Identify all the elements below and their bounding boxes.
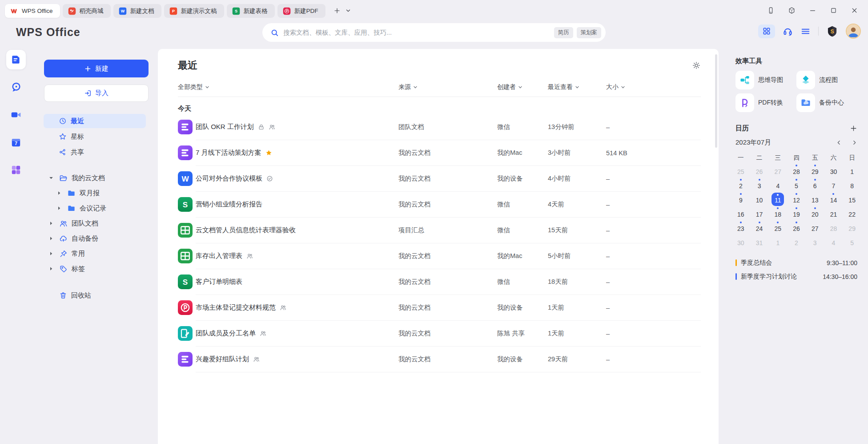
calendar-day[interactable]: 3 [806,235,824,249]
tab-新建表格[interactable]: S新建表格 [227,4,275,18]
calendar-day[interactable]: 9 [731,192,750,206]
calendar-day[interactable]: 1 [768,235,787,249]
sidebar-item-共享[interactable]: 共享 [44,145,146,159]
calendar-day[interactable]: 6 [806,178,824,192]
tab-新建演示文稿[interactable]: P新建演示文稿 [164,4,224,18]
tab-新建文档[interactable]: W新建文档 [113,4,161,18]
appbox-icon[interactable] [788,7,796,14]
file-row[interactable]: 7 月线下活动策划方案我的云文档我的Mac3小时前514 KB [178,140,701,165]
calendar-day[interactable]: 30 [824,164,843,178]
calendar-day[interactable]: 27 [806,221,824,235]
calendar-day[interactable]: 31 [750,235,769,249]
calendar-day[interactable]: 20 [806,206,824,221]
user-avatar[interactable] [846,24,861,39]
calendar-day[interactable]: 17 [750,206,769,221]
next-month-icon[interactable] [852,140,857,145]
sidebar-item-trash[interactable]: 回收站 [32,288,158,303]
calendar-day[interactable]: 13 [806,192,824,206]
file-row[interactable]: 云文档管人员信息统计表理器验收项目汇总微信15天前– [178,218,701,243]
calendar-day[interactable]: 25 [731,164,750,178]
tree-item-我的云文档[interactable]: 我的云文档 [32,170,158,186]
file-row[interactable]: 兴趣爱好组队计划我的云文档我的设备29天前– [178,347,701,372]
calendar-day[interactable]: 19 [787,206,806,221]
calendar-event[interactable]: 季度总结会9:30–11:00 [735,256,857,270]
calendar-day[interactable]: 22 [843,206,861,221]
search-input[interactable] [283,29,551,36]
import-button[interactable]: 导入 [44,85,149,102]
search-tag[interactable]: 策划案 [577,27,602,38]
support-headset-icon[interactable] [783,26,793,36]
main-menu-icon[interactable] [800,26,811,36]
file-row[interactable]: 团队 OKR 工作计划团队文档微信13分钟前– [178,114,701,140]
calendar-day[interactable]: 18 [768,206,787,221]
calendar-day[interactable]: 23 [731,221,750,235]
tab-新建PDF[interactable]: 新建PDF [277,4,326,18]
calendar-day[interactable]: 26 [787,221,806,235]
file-row[interactable]: 市场主体登记提交材料规范我的云文档我的设备1天前– [178,295,701,320]
tab-稻壳商城[interactable]: 稻壳商城 [63,4,111,18]
calendar-day[interactable]: 16 [731,206,750,221]
close-icon[interactable] [851,7,858,14]
filter-来源[interactable]: 来源 [398,83,497,91]
calendar-day[interactable]: 8 [843,178,861,192]
tool-备份中心[interactable]: 备份中心 [796,93,857,112]
calendar-day[interactable]: 30 [731,235,750,249]
tree-item-会议记录[interactable]: 会议记录 [32,201,158,216]
tree-item-自动备份[interactable]: 自动备份 [32,231,158,246]
apps-grid-button[interactable] [758,24,775,38]
calendar-day[interactable]: 7 [824,178,843,192]
sidebar-item-最近[interactable]: 最近 [44,114,146,128]
calendar-day[interactable]: 14 [824,192,843,206]
calendar-day[interactable]: 10 [750,192,769,206]
calendar-day[interactable]: 4 [824,235,843,249]
filter-大小[interactable]: 大小 [606,83,701,91]
calendar-day-selected[interactable]: 11 [768,192,787,206]
calendar-day[interactable]: 27 [768,164,787,178]
tab-WPS Office[interactable]: WPS Office [5,4,60,18]
scrollbar-thumb[interactable] [715,54,717,148]
calendar-day[interactable]: 12 [787,192,806,206]
rail-item-meetings[interactable] [6,105,26,125]
search-bar[interactable]: 简历策划案 [262,23,606,42]
rail-item-documents[interactable] [6,50,26,69]
tool-流程图[interactable]: 流程图 [796,71,857,89]
tab-list-dropdown[interactable] [343,8,351,13]
new-document-button[interactable]: 新建 [44,60,149,77]
calendar-day[interactable]: 24 [750,221,769,235]
prev-month-icon[interactable] [836,140,842,145]
new-tab-button[interactable] [331,5,343,16]
gear-icon[interactable] [692,61,701,70]
rail-item-calendar[interactable]: 7 [6,133,26,152]
filter-创建者[interactable]: 创建者 [497,83,548,91]
calendar-event[interactable]: 新季度学习计划讨论14:30–16:00 [735,270,857,283]
rail-item-messages[interactable] [6,77,26,97]
calendar-day[interactable]: 28 [824,221,843,235]
filter-最近查看[interactable]: 最近查看 [548,83,606,91]
member-badge-icon[interactable]: S [826,25,838,37]
calendar-day[interactable]: 5 [787,178,806,192]
file-row[interactable]: W公司对外合作协议模板我的云文档我的设备4小时前– [178,166,701,191]
rail-item-apps[interactable] [6,160,26,180]
file-row[interactable]: S营销小组业绩分析报告我的云文档微信4天前– [178,192,701,217]
calendar-day[interactable]: 2 [787,235,806,249]
calendar-day[interactable]: 21 [824,206,843,221]
minimize-icon[interactable] [809,7,816,14]
calendar-day[interactable]: 25 [768,221,787,235]
calendar-day[interactable]: 15 [843,192,861,206]
tree-item-双月报[interactable]: 双月报 [32,186,158,201]
calendar-day[interactable]: 29 [843,221,861,235]
mobile-icon[interactable] [767,7,775,14]
tree-item-团队文档[interactable]: 团队文档 [32,216,158,231]
tree-item-标签[interactable]: 标签 [32,261,158,276]
calendar-day[interactable]: 26 [750,164,769,178]
add-event-icon[interactable] [850,125,857,132]
calendar-day[interactable]: 1 [843,164,861,178]
calendar-day[interactable]: 3 [750,178,769,192]
tool-思维导图[interactable]: 思维导图 [735,71,796,89]
sidebar-item-星标[interactable]: 星标 [44,129,146,144]
calendar-day[interactable]: 29 [806,164,824,178]
tree-item-常用[interactable]: 常用 [32,246,158,261]
maximize-icon[interactable] [830,7,837,14]
calendar-day[interactable]: 28 [787,164,806,178]
tool-PDF转换[interactable]: PDF转换 [735,93,796,112]
